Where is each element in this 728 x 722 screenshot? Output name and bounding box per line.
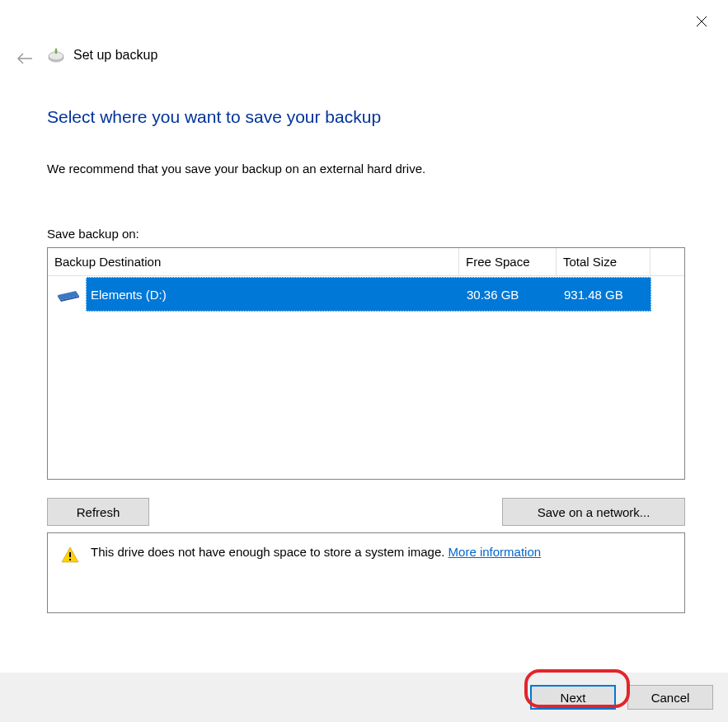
next-button[interactable]: Next <box>530 685 616 710</box>
cell-destination: Elements (D:) <box>86 288 460 302</box>
page-heading: Select where you want to save your backu… <box>47 107 685 127</box>
cell-total: 931.48 GB <box>557 288 651 302</box>
col-header-spacer <box>650 248 684 275</box>
warning-icon <box>61 546 79 563</box>
wizard-title: Set up backup <box>73 48 157 63</box>
recommend-text: We recommend that you save your backup o… <box>47 162 685 176</box>
save-on-label: Save backup on: <box>47 227 685 241</box>
table-row[interactable]: Elements (D:) 30.36 GB 931.48 GB <box>48 276 684 312</box>
refresh-button[interactable]: Refresh <box>47 498 149 526</box>
back-arrow-icon <box>16 52 33 65</box>
more-info-link[interactable]: More information <box>449 545 542 559</box>
warning-panel: This drive does not have enough space to… <box>47 532 685 613</box>
col-header-destination[interactable]: Backup Destination <box>48 255 458 269</box>
close-button[interactable] <box>692 12 712 31</box>
save-on-network-button[interactable]: Save on a network... <box>502 498 685 526</box>
backup-icon <box>47 46 65 64</box>
svg-rect-4 <box>69 552 71 557</box>
table-header-row: Backup Destination Free Space Total Size <box>48 248 684 276</box>
warning-message: This drive does not have enough space to… <box>91 545 449 559</box>
col-header-free[interactable]: Free Space <box>458 248 556 275</box>
cancel-button[interactable]: Cancel <box>627 685 713 710</box>
cell-free: 30.36 GB <box>460 288 557 302</box>
warning-text: This drive does not have enough space to… <box>91 545 541 559</box>
drive-list: Backup Destination Free Space Total Size… <box>47 247 685 480</box>
hard-drive-icon <box>54 285 82 303</box>
col-header-total[interactable]: Total Size <box>556 248 650 275</box>
svg-rect-5 <box>69 559 71 560</box>
close-icon <box>696 16 707 27</box>
wizard-header: Set up backup <box>47 46 157 64</box>
back-button[interactable] <box>15 49 35 68</box>
wizard-footer: Next Cancel <box>0 673 728 722</box>
